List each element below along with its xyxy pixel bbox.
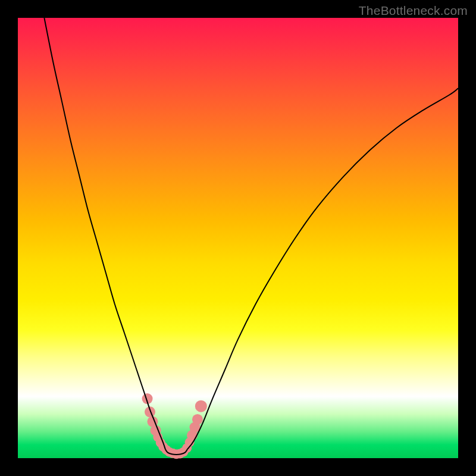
- right-curve: [187, 88, 458, 449]
- highlight-dot: [192, 414, 203, 425]
- watermark-text: TheBottleneck.com: [359, 4, 468, 18]
- curves-svg: [18, 18, 458, 458]
- plot-area: [18, 18, 458, 458]
- left-curve: [44, 18, 165, 449]
- marker-group: [142, 393, 207, 459]
- chart-frame: TheBottleneck.com: [0, 0, 476, 476]
- highlight-dot: [195, 400, 207, 412]
